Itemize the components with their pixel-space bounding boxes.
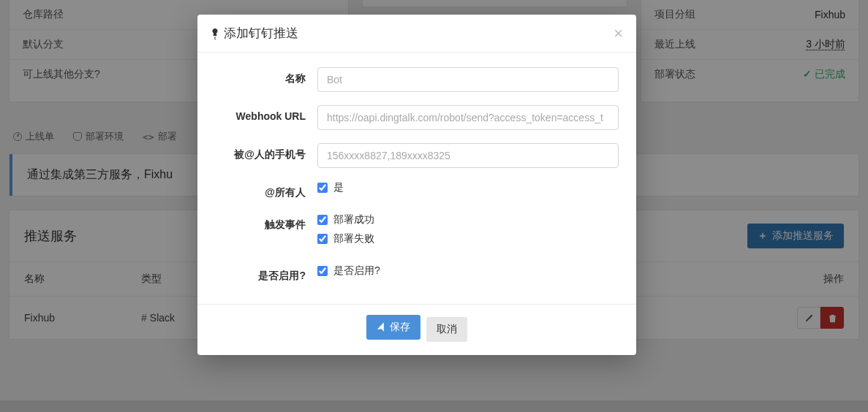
modal-title-text: 添加钉钉推送 xyxy=(224,25,298,42)
cancel-button[interactable]: 取消 xyxy=(426,317,467,342)
send-icon xyxy=(375,321,386,332)
event-success-row[interactable]: 部署成功 xyxy=(317,213,619,226)
name-input[interactable] xyxy=(317,67,619,92)
enabled-checkbox[interactable] xyxy=(317,266,328,276)
event-fail-row[interactable]: 部署失败 xyxy=(317,232,619,245)
atall-checkbox[interactable] xyxy=(317,183,328,193)
close-button[interactable]: × xyxy=(614,26,623,42)
save-button[interactable]: 保存 xyxy=(366,315,420,340)
event-success-checkbox[interactable] xyxy=(317,215,328,225)
event-fail-checkbox[interactable] xyxy=(317,234,328,244)
atall-label: @所有人 xyxy=(215,181,317,199)
phones-label: 被@人的手机号 xyxy=(215,143,317,161)
pin-icon xyxy=(211,28,219,39)
webhook-input[interactable] xyxy=(317,105,619,130)
enabled-checkbox-row[interactable]: 是否启用? xyxy=(317,264,619,278)
add-dingtalk-modal: 添加钉钉推送 × 名称 Webhook URL 被@人的手机号 @所有人 是 xyxy=(197,15,636,355)
atall-checkbox-row[interactable]: 是 xyxy=(317,181,619,194)
phones-input[interactable] xyxy=(317,143,619,168)
name-label: 名称 xyxy=(215,67,317,85)
events-label: 触发事件 xyxy=(215,213,317,232)
webhook-label: Webhook URL xyxy=(215,105,317,122)
enabled-label: 是否启用? xyxy=(215,264,317,283)
